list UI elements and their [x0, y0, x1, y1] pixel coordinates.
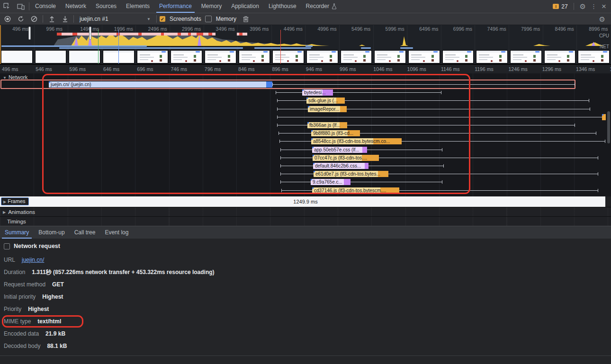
thumb-line	[207, 57, 222, 58]
ruler-time-label: 796 ms	[205, 66, 221, 72]
thumb-red-dot	[287, 60, 289, 62]
frames-track-label[interactable]: ▶ Frames	[1, 197, 29, 205]
screenshot-thumbnail[interactable]	[171, 50, 202, 63]
thumb-blue-chip	[399, 51, 404, 53]
experiment-flask-icon	[332, 3, 337, 9]
tab-application[interactable]: Application	[226, 0, 264, 13]
device-toolbar-icon[interactable]	[14, 0, 28, 13]
reload-and-record-icon[interactable]	[15, 14, 27, 24]
thumb-line	[547, 59, 556, 60]
tab-memory[interactable]: Memory	[197, 0, 226, 13]
ruler-time-label: 746 ms	[171, 66, 187, 72]
details-tab-event-log[interactable]: Event log	[100, 226, 133, 239]
overview-time-label: 7496 ms	[487, 26, 506, 32]
details-tab-summary[interactable]: Summary	[0, 226, 34, 239]
network-section-header[interactable]: ▼Network	[3, 74, 27, 80]
tab-lighthouse[interactable]: Lighthouse	[264, 0, 301, 13]
thumb-green-spec	[296, 55, 298, 58]
network-request-bar[interactable]	[602, 114, 606, 120]
overview-time-label: 8996 ms	[589, 26, 608, 32]
details-tab-call-tree[interactable]: Call tree	[70, 226, 100, 239]
overview-window-handle[interactable]	[28, 27, 31, 40]
thumb-green-spec	[567, 55, 569, 58]
screenshot-thumbnail[interactable]	[408, 50, 440, 63]
clear-icon[interactable]	[28, 14, 40, 24]
screenshot-thumbnail[interactable]	[544, 50, 576, 63]
timings-track[interactable]: Timings	[0, 216, 611, 226]
network-request-checkbox[interactable]	[4, 243, 10, 249]
long-task-red-segment	[239, 33, 243, 36]
long-task-red-segment	[197, 33, 203, 36]
thumb-red-dot	[151, 60, 153, 62]
overview-window-handle[interactable]	[89, 27, 91, 40]
thumb-red-dot	[558, 60, 560, 62]
summary-value[interactable]: juejin.cn/	[22, 257, 44, 263]
issues-counter[interactable]: ! 27	[553, 3, 567, 10]
screenshot-thumbnail[interactable]	[442, 50, 474, 63]
network-track[interactable]: ▼Network juejin.cn/ (juejin.cn)bytedesi.…	[0, 73, 611, 196]
tab-elements[interactable]: Elements	[121, 0, 154, 13]
thumb-red-dot	[593, 60, 594, 62]
load-profile-icon[interactable]	[46, 14, 57, 24]
whisker-end-tick	[589, 99, 589, 102]
screenshot-thumbnail[interactable]	[69, 50, 100, 63]
thumb-brown-spec	[601, 59, 603, 62]
screenshot-thumbnail[interactable]	[35, 50, 67, 63]
screenshots-checkbox[interactable]: ✓	[160, 16, 165, 22]
trash-icon[interactable]	[240, 14, 252, 24]
summary-row-request-method: Request methodGET	[4, 278, 611, 291]
screenshot-thumbnail[interactable]	[239, 50, 270, 63]
memory-checkbox[interactable]	[205, 16, 212, 22]
overview-net-bar	[254, 47, 311, 49]
frames-track[interactable]: 1249.9 ms ▶ Frames	[0, 196, 611, 207]
thumb-blue-chip	[263, 51, 268, 53]
inspect-element-icon[interactable]	[0, 0, 14, 13]
track-scrollbar[interactable]	[607, 111, 610, 143]
thumb-line	[411, 57, 425, 58]
tab-performance[interactable]: Performance	[154, 0, 197, 13]
thumb-red-dot	[389, 60, 391, 62]
screenshot-thumbnail[interactable]	[306, 50, 338, 63]
screenshot-thumbnail[interactable]	[137, 50, 169, 63]
screenshot-thumbnail[interactable]	[205, 50, 236, 63]
screenshot-thumbnail[interactable]	[578, 50, 610, 63]
thumb-line	[242, 59, 250, 60]
thumb-blue-chip	[162, 51, 166, 53]
settings-icon[interactable]: ⚙	[580, 3, 586, 10]
details-tab-bottom-up[interactable]: Bottom-up	[34, 226, 69, 239]
thumb-green-spec	[330, 55, 332, 58]
screenshot-thumbnail[interactable]	[1, 50, 33, 63]
thumb-line	[479, 57, 493, 58]
ruler-time-label: 1146 ms	[441, 66, 460, 72]
ruler-time-label: 1096 ms	[407, 66, 426, 72]
close-icon[interactable]: ×	[602, 2, 606, 10]
tab-sources[interactable]: Sources	[91, 0, 121, 13]
ruler-time-label: 1046 ms	[373, 66, 392, 72]
screenshot-thumbnail[interactable]	[476, 50, 508, 63]
tab-recorder[interactable]: Recorder	[301, 0, 341, 13]
long-task-band	[57, 33, 216, 36]
devtools-window: { "header": { "tabs": ["Console","Networ…	[0, 0, 611, 364]
thumb-green-spec	[397, 55, 400, 58]
save-profile-icon[interactable]	[59, 14, 71, 24]
screenshot-thumbnail[interactable]	[510, 50, 542, 63]
screenshot-thumbnail[interactable]	[374, 50, 406, 63]
tab-network[interactable]: Network	[61, 0, 91, 13]
ruler-time-label: 1296 ms	[542, 66, 561, 72]
ruler-time-label: 1346 ms	[576, 66, 595, 72]
thumb-green-spec	[431, 55, 434, 58]
ruler-time-label: 496 ms	[2, 66, 18, 72]
screenshot-thumbnail[interactable]	[341, 50, 372, 63]
thumb-line	[173, 54, 184, 55]
screenshot-thumbnail[interactable]	[272, 50, 304, 63]
animations-track[interactable]: ▶ Animations	[0, 207, 611, 217]
capture-settings-icon[interactable]: ⚙	[599, 16, 605, 23]
timeline-overview[interactable]: 496 ms996 ms1496 ms1996 ms2496 ms2996 ms…	[0, 25, 611, 65]
profile-select[interactable]: juejin.cn #1 ▼	[77, 16, 153, 22]
kebab-menu-icon[interactable]: ⋮	[591, 3, 597, 9]
record-icon[interactable]	[2, 14, 13, 24]
thumb-line	[377, 57, 391, 58]
tab-console[interactable]: Console	[30, 0, 61, 13]
thumb-blue-chip	[501, 51, 505, 53]
overview-net-bar	[1, 45, 147, 47]
